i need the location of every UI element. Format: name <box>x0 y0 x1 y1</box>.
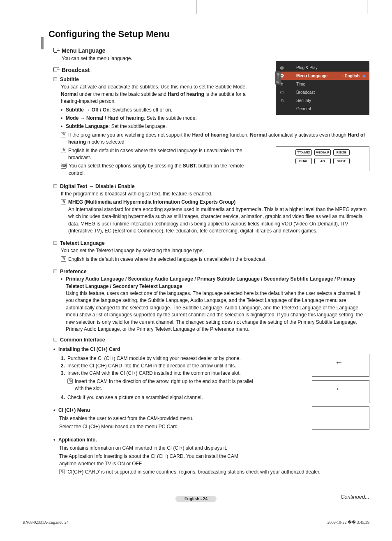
body-text: You can activate and deactivate the subt… <box>61 84 254 105</box>
body-text: If the programme you are watching does n… <box>68 132 369 146</box>
arrow-left-icon: ← <box>335 358 343 367</box>
bullet-icon <box>61 115 66 122</box>
body-text: Subtitle Language: Set the subtitle lang… <box>66 123 167 130</box>
body-text: Mode → Normal / Hard of hearing: Sets th… <box>66 115 197 122</box>
remote-button: MEDIA.P <box>314 149 331 156</box>
lock-icon: ⎋ <box>277 98 286 103</box>
arrow-left-icon: ← <box>335 384 343 393</box>
subsection-heading: Digital Text → Disable / Enable <box>60 183 135 189</box>
body-text: CI (CI+) Menu <box>58 407 90 414</box>
note-icon: ✎ <box>61 148 66 153</box>
note-icon: ✎ <box>61 132 66 137</box>
note-icon: ✎ <box>67 378 73 384</box>
subsection-heading: Teletext Language <box>60 240 105 246</box>
bullet-icon <box>53 437 58 443</box>
subsection-icon <box>53 184 57 188</box>
bullet-icon <box>61 107 66 114</box>
body-text: English is the default in cases where th… <box>68 147 254 162</box>
subsection-icon <box>53 338 57 341</box>
subsection-icon <box>53 77 57 81</box>
body-text: MHEG (Multimedia and Hypermedia Informat… <box>68 199 369 235</box>
bullet-icon <box>61 276 66 333</box>
bullet-icon <box>61 123 66 130</box>
footer-file: BN68-02331A-Eng.indb 24 <box>23 520 69 525</box>
body-text: This contains information on CAM inserte… <box>59 445 369 452</box>
note-icon: ✎ <box>61 199 66 204</box>
body-text: Subtitle → Off / On: Switches subtitles … <box>66 107 172 114</box>
body-text: You can set the Teletext language by sel… <box>61 247 369 254</box>
body-text: Primary Audio Language / Secondary Audio… <box>66 276 369 333</box>
body-text: Application Info. <box>58 437 97 443</box>
remote-icon: ⌨ <box>61 163 67 169</box>
continued-label: Continued... <box>341 494 369 500</box>
remote-illustration: TTX/MIX MEDIA.P P.SIZE DUAL AD SUBT. <box>276 146 369 171</box>
ordered-list: 4.Check if you can see a picture on a sc… <box>61 394 254 401</box>
section-icon <box>53 67 59 72</box>
ordered-list: 1.Purchase the CI (CI+) CAM module by vi… <box>61 355 254 377</box>
osd-screenshot: Setup ◎Plug & Play ✿Menu Language: Engli… <box>276 61 369 115</box>
subsection-icon <box>53 241 57 245</box>
note-icon: ✎ <box>59 469 65 474</box>
osd-tab-label: Setup <box>275 72 281 85</box>
body-text: If the programme is broadcast with digit… <box>61 190 369 197</box>
bullet-icon <box>53 407 58 414</box>
body-text: 'CI(CI+) CARD' is not supported in some … <box>67 469 321 476</box>
body-text: Insert the CAM in the direction of the a… <box>75 378 261 392</box>
footer-timestamp: 2009-10-22 �� 3:45:39 <box>327 520 369 525</box>
section-heading: Broadcast <box>62 67 90 73</box>
chevron-right-icon: ▶ <box>363 74 366 78</box>
subsection-heading: Common Interface <box>60 337 105 343</box>
remote-button: P.SIZE <box>333 149 350 156</box>
page-number-label: English - 24 <box>175 496 217 502</box>
section-heading: Menu Language <box>62 47 106 54</box>
page-title: Configuring the Setup Menu <box>48 29 369 39</box>
ci-card-illustration: ← ← <box>312 354 369 433</box>
body-text: English is the default in cases where th… <box>68 256 267 263</box>
remote-button: DUAL <box>295 158 312 164</box>
body-text: The Application Info inserting is about … <box>59 453 252 467</box>
body-text: Installing the CI (CI+) Card <box>58 346 120 353</box>
remote-button: SUBT. <box>333 158 350 164</box>
remote-button: TTX/MIX <box>295 149 312 156</box>
tv-icon: ▭ <box>277 89 286 95</box>
bullet-icon <box>53 346 58 353</box>
section-icon <box>53 48 59 53</box>
globe-icon: ◎ <box>277 65 286 70</box>
subsection-heading: Preference <box>60 269 87 274</box>
accent-bar <box>41 37 44 49</box>
subsection-heading: Subtitle <box>60 77 79 82</box>
remote-button: AD <box>314 158 331 164</box>
body-text: You can select these options simply by p… <box>69 163 254 177</box>
note-icon: ✎ <box>61 256 66 262</box>
subsection-icon <box>53 269 57 273</box>
